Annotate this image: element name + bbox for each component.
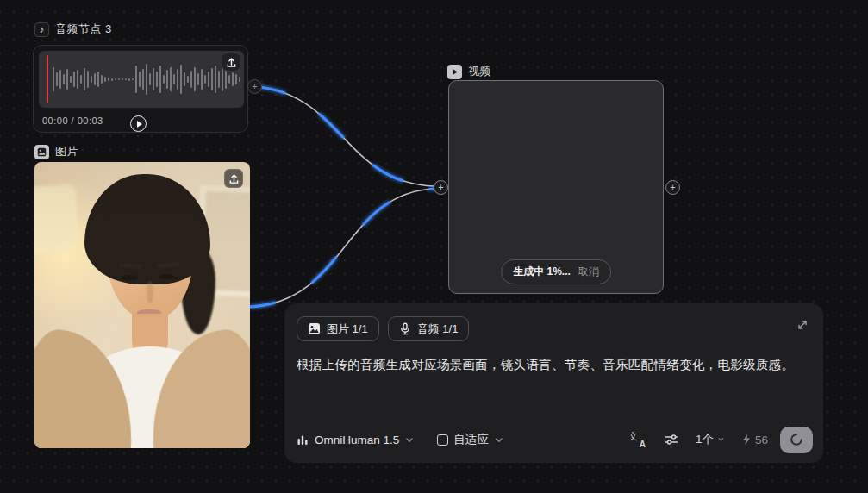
attachment-tags: 图片 1/1 音频 1/1: [297, 316, 811, 341]
upload-icon: [228, 173, 240, 184]
audio-time: 00:00 / 00:03: [42, 115, 103, 126]
generation-status-pill[interactable]: 生成中 1%... 取消: [501, 259, 611, 284]
tag-label: 图片 1/1: [327, 321, 368, 337]
chevron-down-icon: [494, 435, 504, 445]
cancel-button[interactable]: 取消: [578, 265, 599, 279]
audio-node-card[interactable]: 00:00 / 00:03: [33, 45, 248, 133]
sliders-icon: [664, 432, 679, 447]
wire-flow-glow: [250, 189, 434, 307]
image-node-title: 图片: [55, 144, 78, 159]
video-output-port[interactable]: +: [665, 180, 680, 195]
chevron-down-icon: [716, 435, 726, 444]
upload-image-button[interactable]: [224, 169, 243, 188]
generate-button[interactable]: [780, 427, 813, 453]
frame-icon: [437, 434, 448, 446]
audio-node-header[interactable]: ♪ 音频节点 3: [34, 22, 112, 37]
portrait-photo: [34, 162, 250, 448]
credits-value: 56: [755, 434, 768, 446]
expand-icon: [795, 317, 810, 333]
audio-play-button[interactable]: [130, 115, 147, 132]
waveform-bars: [53, 51, 240, 108]
chevron-down-icon: [404, 435, 415, 445]
audio-output-port[interactable]: +: [247, 79, 262, 94]
audio-attachment-tag[interactable]: 音频 1/1: [388, 316, 470, 341]
wire-flow-glow: [248, 86, 434, 186]
translate-button[interactable]: 文 A: [625, 427, 649, 452]
video-node-card[interactable]: 生成中 1%... 取消: [448, 80, 664, 294]
image-node-header[interactable]: 图片: [34, 144, 78, 159]
image-node-card[interactable]: [34, 162, 250, 448]
generation-count-selector[interactable]: 1个: [696, 432, 726, 447]
generation-count: 1个: [696, 432, 714, 447]
audio-waveform[interactable]: [39, 51, 244, 108]
video-play-icon: [447, 65, 462, 79]
audio-node-title: 音频节点 3: [55, 22, 112, 37]
video-input-port[interactable]: +: [434, 180, 448, 195]
video-node-header[interactable]: 视频: [447, 64, 491, 79]
bar-levels-icon: [297, 434, 309, 446]
aspect-ratio-value: 自适应: [453, 432, 489, 447]
credits-cost: 56: [741, 434, 768, 446]
mic-icon: [399, 322, 411, 335]
image-attachment-tag[interactable]: 图片 1/1: [297, 316, 379, 341]
video-node-title: 视频: [468, 64, 491, 79]
panel-toolbar: OmniHuman 1.5 自适应 文 A: [297, 425, 813, 454]
expand-panel-button[interactable]: [795, 317, 812, 334]
lightning-icon: [741, 434, 752, 446]
spinner-icon: [789, 432, 804, 447]
generation-progress: 生成中 1%...: [513, 265, 571, 279]
upload-icon: [226, 57, 237, 68]
music-note-icon: ♪: [34, 22, 49, 37]
aspect-ratio-selector[interactable]: 自适应: [437, 432, 504, 447]
prompt-panel[interactable]: 图片 1/1 音频 1/1 根据上传的音频生成对应场景画面，镜头语言、节奏、音乐…: [284, 303, 823, 463]
image-icon: [308, 322, 321, 335]
waveform-playhead[interactable]: [47, 55, 48, 103]
play-icon: [137, 121, 142, 128]
tag-label: 音频 1/1: [417, 321, 459, 337]
model-selector[interactable]: OmniHuman 1.5: [297, 434, 415, 446]
model-name: OmniHuman 1.5: [315, 434, 399, 446]
prompt-text[interactable]: 根据上传的音频生成对应场景画面，镜头语言、节奏、音乐匹配情绪变化，电影级质感。: [297, 356, 811, 375]
image-icon: [34, 145, 49, 159]
upload-audio-button[interactable]: [222, 53, 240, 72]
translate-icon: 文 A: [628, 432, 646, 447]
wire-image-to-video: [250, 189, 434, 307]
advanced-settings-button[interactable]: [659, 427, 684, 452]
